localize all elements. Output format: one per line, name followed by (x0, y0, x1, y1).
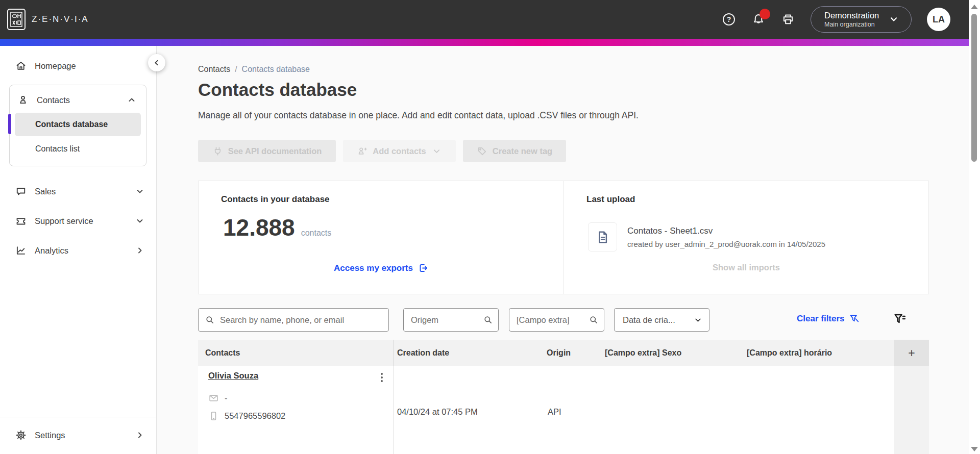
contact-name-link[interactable]: Olivia Souza (208, 371, 258, 381)
search-field (198, 308, 389, 332)
contacts-count-card: Contacts in your database 12.888 contact… (199, 181, 564, 294)
contact-email: - (225, 393, 228, 403)
file-meta: created by user_admin_2_prod@uorak.com i… (627, 240, 825, 248)
contact-cell: Olivia Souza - 5547965596802 (198, 366, 394, 454)
app-window: Z·E·N·V·I·A ? Demonstration Main organiz… (0, 0, 980, 454)
summary-cards: Contacts in your database 12.888 contact… (198, 181, 929, 294)
sidebar-item-contacts-list[interactable]: Contacts list (15, 137, 141, 161)
sidebar: Homepage Contacts Contacts database Cont… (0, 46, 157, 454)
breadcrumb-current[interactable]: Contacts database (242, 65, 310, 74)
last-upload-file: Contatos - Sheet1.csv created by user_ad… (588, 222, 825, 251)
sidebar-item-label: Settings (35, 431, 65, 440)
person-icon (17, 94, 29, 106)
breadcrumb-separator: / (235, 65, 237, 74)
column-header-campo-extra-sexo[interactable]: [Campo extra] Sexo (605, 340, 747, 366)
organization-subtitle: Main organization (824, 20, 879, 29)
sidebar-item-sales[interactable]: Sales (0, 180, 156, 203)
page-title: Contacts database (198, 80, 357, 100)
sidebar-group-contacts: Contacts Contacts database Contacts list (9, 85, 146, 166)
active-item-indicator (8, 114, 11, 134)
tag-icon (477, 146, 487, 157)
creation-date-filter-dropdown[interactable]: Data de cria... (614, 308, 709, 332)
create-new-tag-button[interactable]: Create new tag (463, 140, 566, 162)
export-icon (418, 263, 428, 273)
topbar-right: ? Demonstration Main organization LA (722, 6, 950, 33)
sidebar-collapse-button[interactable] (148, 54, 165, 71)
file-name: Contatos - Sheet1.csv (627, 226, 825, 236)
sidebar-item-contacts[interactable]: Contacts (10, 88, 146, 112)
column-header-campo-extra-horario[interactable]: [Campo extra] horário (747, 340, 894, 366)
sidebar-item-settings[interactable]: Settings (0, 423, 156, 447)
scrollbar-thumb[interactable] (971, 14, 977, 162)
row-menu-kebab-icon[interactable] (378, 371, 386, 384)
scrollbar-down-arrow[interactable] (971, 447, 978, 451)
file-icon (588, 222, 617, 251)
person-add-icon (357, 146, 368, 157)
scrollbar-up-arrow[interactable] (971, 5, 978, 9)
sidebar-item-analytics[interactable]: Analytics (0, 239, 156, 262)
card-title: Last upload (586, 194, 635, 205)
breadcrumb-contacts[interactable]: Contacts (198, 65, 230, 74)
top-bar: Z·E·N·V·I·A ? Demonstration Main organiz… (0, 0, 980, 39)
chevron-down-icon (693, 315, 703, 325)
show-all-imports-button[interactable]: Show all imports (564, 263, 928, 272)
search-icon (589, 315, 599, 325)
chevron-right-icon (135, 245, 145, 256)
brand[interactable]: Z·E·N·V·I·A (7, 9, 89, 30)
organization-name: Demonstration (824, 10, 879, 20)
table-header: Contacts Creation date Origin [Campo ext… (198, 340, 929, 366)
sidebar-item-label: Support service (35, 216, 93, 226)
sidebar-item-homepage[interactable]: Homepage (0, 54, 156, 78)
home-icon (15, 60, 27, 71)
origin-cell: API (547, 366, 605, 454)
search-input[interactable] (220, 315, 382, 325)
column-header-contacts[interactable]: Contacts (198, 340, 394, 366)
card-title: Contacts in your database (221, 194, 330, 205)
sidebar-item-label: Contacts (37, 95, 70, 105)
origin-filter-field (403, 308, 499, 332)
campo-extra-sexo-cell (605, 366, 747, 454)
sidebar-item-contacts-database[interactable]: Contacts database (15, 113, 141, 136)
extra-field-filter-input[interactable] (517, 315, 589, 325)
notification-badge (760, 9, 770, 19)
clear-filters-button[interactable]: Clear filters (797, 313, 860, 324)
sidebar-item-support-service[interactable]: Support service (0, 209, 156, 233)
creation-date-cell: 04/10/24 at 07:45 PM (394, 366, 547, 454)
advanced-filter-icon[interactable] (892, 311, 908, 326)
envelope-icon (208, 393, 219, 403)
access-my-exports-link[interactable]: Access my exports (199, 263, 564, 273)
sidebar-footer: Settings (0, 417, 156, 454)
filters-bar: Data de cria... Clear filters (157, 308, 980, 332)
origin-value: API (548, 407, 561, 416)
search-icon (205, 315, 215, 325)
add-contacts-button[interactable]: Add contacts (343, 140, 456, 162)
chevron-left-icon (152, 58, 161, 67)
origin-filter-input[interactable] (411, 315, 483, 325)
extra-field-filter (509, 308, 604, 332)
organization-selector[interactable]: Demonstration Main organization (811, 6, 912, 33)
see-api-documentation-button[interactable]: See API documentation (198, 140, 336, 162)
chevron-right-icon (135, 430, 145, 440)
contacts-count-value: 12.888 (223, 214, 295, 241)
contacts-count: 12.888 contacts (223, 214, 331, 241)
zenvia-logo-icon (7, 9, 26, 30)
analytics-chart-icon (15, 245, 27, 256)
chevron-down-icon (135, 186, 145, 196)
breadcrumb: Contacts / Contacts database (198, 65, 310, 74)
last-upload-card: Last upload Contatos - Sheet1.csv create… (564, 181, 928, 294)
help-icon[interactable]: ? (722, 12, 736, 27)
column-header-creation-date[interactable]: Creation date (394, 340, 547, 366)
printer-icon[interactable] (781, 12, 795, 27)
user-avatar[interactable]: LA (927, 8, 950, 31)
main-content: Contacts / Contacts database Contacts da… (157, 46, 980, 454)
notifications-bell-icon[interactable] (751, 12, 766, 27)
chevron-down-icon (888, 14, 899, 25)
column-header-origin[interactable]: Origin (547, 340, 605, 366)
plug-icon (212, 146, 223, 157)
chat-bubble-icon (15, 186, 27, 197)
add-column-button[interactable]: + (894, 340, 929, 366)
creation-date-value: 04/10/24 at 07:45 PM (397, 407, 478, 416)
chevron-down-icon (431, 146, 442, 157)
campo-extra-horario-cell (747, 366, 894, 454)
page-scrollbar[interactable] (969, 0, 980, 454)
